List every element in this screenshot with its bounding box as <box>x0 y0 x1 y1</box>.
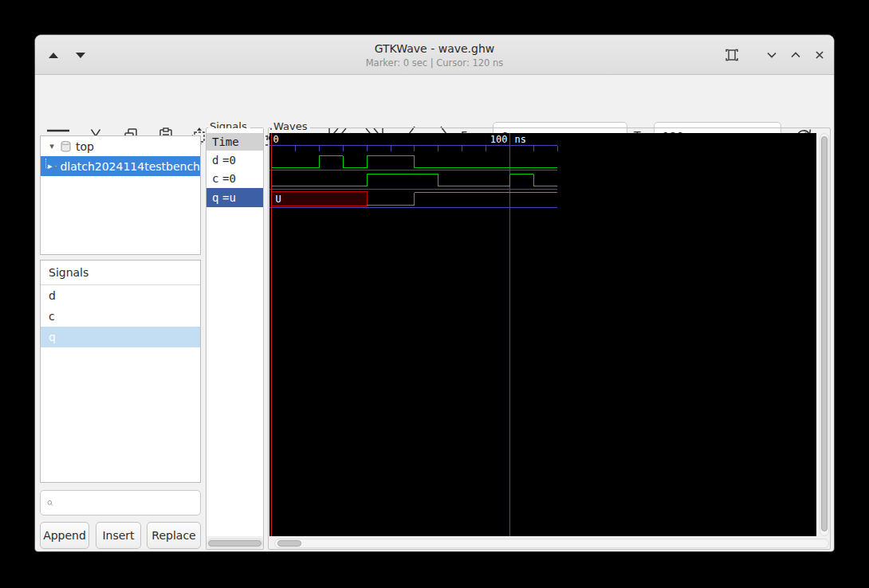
tree-row-label: dlatch2024114testbench <box>60 160 200 173</box>
window-title: GTKWave - wave.ghw <box>35 42 834 55</box>
signal-search-box[interactable] <box>40 490 201 515</box>
svg-text:U: U <box>276 194 281 205</box>
svg-text:100: 100 <box>490 134 508 145</box>
waveform-canvas: 0100nsU <box>269 133 816 536</box>
signal-row-c[interactable]: c =0 <box>206 169 263 188</box>
tree-row-label: top <box>76 140 94 153</box>
tree-expander-open-icon: ▾ <box>47 141 57 151</box>
toolbar: From: To: <box>35 75 834 118</box>
scrollbar-thumb[interactable] <box>821 136 828 531</box>
sst-signals-list-panel: Signals d c q <box>40 260 201 483</box>
signal-row-q[interactable]: q =u <box>206 188 263 207</box>
tree-row-dlatch-testbench[interactable]: ▸ dlatch2024114testbench <box>41 156 200 176</box>
waves-hscrollbar[interactable] <box>274 539 829 548</box>
wave-display[interactable]: 0100nsU <box>269 133 816 536</box>
search-icon <box>47 497 53 509</box>
close-button[interactable] <box>808 44 831 66</box>
signal-names-hscrollbar[interactable] <box>206 539 263 548</box>
module-icon <box>54 160 57 173</box>
fullscreen-button[interactable] <box>721 44 743 66</box>
signal-value: =u <box>222 191 236 204</box>
signal-value: =0 <box>222 172 236 185</box>
signal-list-item-d[interactable]: d <box>41 285 200 306</box>
insert-button[interactable]: Insert <box>96 522 141 549</box>
sst-tree-panel: ▾ top ▸ dlatch2024114testbench <box>40 135 201 255</box>
gtkwave-window: GTKWave - wave.ghw Marker: 0 sec | Curso… <box>35 35 834 551</box>
titlebar: GTKWave - wave.ghw Marker: 0 sec | Curso… <box>35 35 834 75</box>
signal-row-d[interactable]: d =0 <box>206 151 263 169</box>
tree-row-top[interactable]: ▾ top <box>41 136 200 156</box>
replace-button[interactable]: Replace <box>147 522 201 549</box>
signal-list-item-q[interactable]: q <box>41 327 200 347</box>
waves-frame-label: Waves <box>272 120 310 133</box>
time-header-cell[interactable]: Time <box>206 133 263 151</box>
chevron-down-icon <box>765 49 778 61</box>
minimize-button[interactable] <box>761 44 783 66</box>
svg-text:ns: ns <box>515 134 526 145</box>
scope-cylinder-icon <box>60 140 72 153</box>
signals-list-header: Signals <box>41 261 200 285</box>
marker-cursor-status: Marker: 0 sec | Cursor: 120 ns <box>35 57 834 69</box>
chevron-up-icon <box>789 49 802 61</box>
signal-list-item-c[interactable]: c <box>41 306 200 327</box>
fullscreen-icon <box>724 47 740 63</box>
signal-name: d <box>212 154 222 167</box>
tree-expander-closed-icon: ▸ <box>48 161 53 171</box>
signal-name: q <box>212 191 222 204</box>
scrollbar-thumb[interactable] <box>277 540 301 547</box>
signal-name: c <box>212 172 222 185</box>
search-input[interactable] <box>58 496 200 510</box>
scrollbar-thumb[interactable] <box>208 540 261 547</box>
waves-vscrollbar[interactable] <box>820 133 829 536</box>
maximize-button[interactable] <box>784 44 807 66</box>
svg-text:0: 0 <box>273 134 279 145</box>
append-button[interactable]: Append <box>40 522 89 549</box>
close-icon <box>813 49 826 61</box>
signal-value: =0 <box>222 154 236 167</box>
